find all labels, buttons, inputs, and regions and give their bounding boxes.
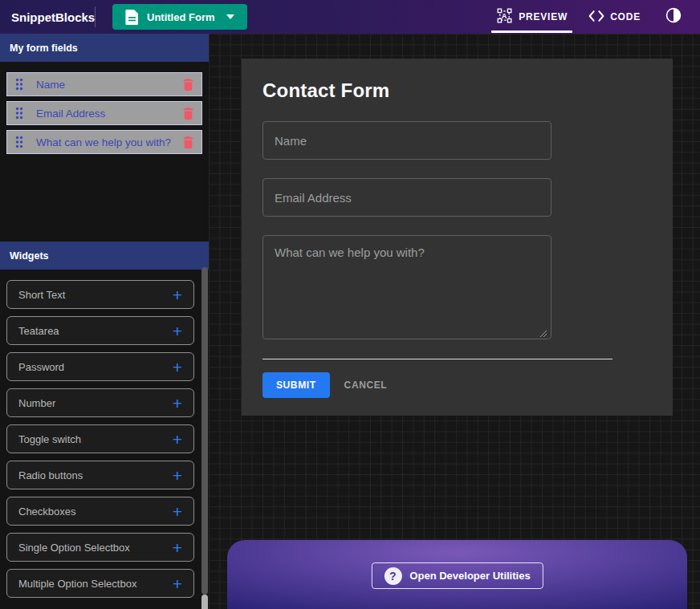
sidebar-scrollbar[interactable] bbox=[201, 267, 208, 595]
widget-item-label: Teatarea bbox=[18, 325, 173, 337]
widget-item-textarea[interactable]: Teatarea + bbox=[6, 316, 194, 345]
tab-code[interactable]: CODE bbox=[584, 0, 645, 34]
document-icon bbox=[125, 10, 139, 25]
form-title: Contact Form bbox=[262, 79, 389, 102]
preview-icon: A bbox=[496, 7, 513, 26]
header-divider bbox=[95, 6, 96, 27]
main-content: My form fields Name bbox=[0, 34, 700, 609]
code-icon bbox=[588, 10, 604, 25]
field-item-message[interactable]: What can we help you with? bbox=[6, 130, 202, 154]
widget-item-multiple-option-selectbox[interactable]: Multiple Option Selectbox + bbox=[6, 569, 194, 598]
trash-icon[interactable] bbox=[183, 79, 193, 91]
trash-icon[interactable] bbox=[183, 136, 193, 148]
plus-icon[interactable]: + bbox=[173, 539, 182, 556]
widget-item-toggle-switch[interactable]: Toggle switch + bbox=[6, 424, 194, 453]
widget-item-label: Number bbox=[18, 397, 173, 409]
widget-item-radio-buttons[interactable]: Radio buttons + bbox=[6, 461, 194, 489]
widget-item-password[interactable]: Password + bbox=[6, 352, 194, 381]
drag-handle-icon[interactable] bbox=[15, 107, 23, 120]
plus-icon[interactable]: + bbox=[173, 503, 182, 520]
submit-button[interactable]: SUBMIT bbox=[262, 372, 330, 398]
field-item-label: Email Address bbox=[36, 108, 183, 120]
form-preview-panel: Contact Form SUBMIT CANCEL bbox=[242, 59, 673, 416]
email-input[interactable] bbox=[262, 178, 551, 217]
app-logo: SnippetBlocks bbox=[0, 10, 87, 24]
app-header: SnippetBlocks Untitled Form A bbox=[0, 0, 700, 34]
drag-handle-icon[interactable] bbox=[15, 78, 23, 91]
plus-icon[interactable]: + bbox=[173, 575, 182, 592]
plus-icon[interactable]: + bbox=[173, 467, 182, 484]
trash-icon[interactable] bbox=[183, 108, 193, 120]
drag-handle-icon[interactable] bbox=[15, 136, 23, 148]
form-divider bbox=[262, 359, 612, 359]
cancel-button[interactable]: CANCEL bbox=[344, 380, 388, 391]
preview-canvas: Contact Form SUBMIT CANCEL ? Open Develo… bbox=[209, 34, 700, 609]
field-item-label: Name bbox=[36, 79, 183, 91]
plus-icon[interactable]: + bbox=[173, 323, 182, 339]
contrast-icon bbox=[665, 6, 682, 27]
svg-text:A: A bbox=[502, 12, 507, 20]
widget-item-label: Single Option Selectbox bbox=[18, 542, 173, 554]
sidebar: My form fields Name bbox=[0, 34, 209, 609]
help-icon: ? bbox=[384, 567, 401, 585]
widget-item-label: Multiple Option Selectbox bbox=[18, 578, 173, 590]
widget-item-label: Short Text bbox=[18, 289, 173, 301]
plus-icon[interactable]: + bbox=[173, 395, 182, 412]
developer-utilities-label: Open Developer Utilities bbox=[409, 570, 530, 582]
widget-item-checkboxes[interactable]: Checkboxes + bbox=[6, 497, 194, 526]
header-right-group: A PREVIEW CODE bbox=[491, 0, 700, 34]
widget-item-single-option-selectbox[interactable]: Single Option Selectbox + bbox=[6, 533, 194, 562]
form-actions: SUBMIT CANCEL bbox=[262, 372, 387, 398]
widget-item-label: Checkboxes bbox=[18, 505, 173, 518]
contrast-toggle-button[interactable] bbox=[665, 6, 682, 27]
form-selector-label: Untitled Form bbox=[147, 11, 215, 23]
field-item-email[interactable]: Email Address bbox=[6, 101, 202, 125]
plus-icon[interactable]: + bbox=[173, 431, 182, 448]
plus-icon[interactable]: + bbox=[173, 359, 182, 376]
field-item-label: What can we help you with? bbox=[36, 136, 183, 148]
fields-section-title: My form fields bbox=[10, 43, 78, 54]
tab-preview[interactable]: A PREVIEW bbox=[491, 0, 572, 34]
form-fields-list: Name Email Address bbox=[0, 62, 209, 154]
widget-item-label: Toggle switch bbox=[18, 433, 173, 445]
widget-item-label: Radio buttons bbox=[18, 469, 173, 481]
widget-item-number[interactable]: Number + bbox=[6, 388, 194, 417]
sidebar-scrollbar-secondary[interactable] bbox=[201, 595, 208, 609]
developer-utilities-panel: ? Open Developer Utilities bbox=[227, 540, 687, 609]
tab-code-label: CODE bbox=[610, 11, 641, 22]
tab-preview-label: PREVIEW bbox=[519, 11, 568, 22]
widgets-section-title: Widgets bbox=[10, 250, 49, 262]
fields-section-header: My form fields bbox=[0, 34, 209, 62]
form-selector-button[interactable]: Untitled Form bbox=[112, 4, 247, 30]
name-input[interactable] bbox=[262, 121, 551, 160]
plus-icon[interactable]: + bbox=[173, 286, 182, 303]
widget-item-label: Password bbox=[18, 361, 173, 373]
widgets-list: Short Text + Teatarea + Password + Numbe… bbox=[0, 270, 209, 598]
fields-spacer bbox=[0, 159, 209, 242]
widget-item-short-text[interactable]: Short Text + bbox=[6, 280, 194, 309]
field-item-name[interactable]: Name bbox=[6, 72, 202, 96]
message-textarea[interactable] bbox=[262, 235, 551, 339]
widgets-section-header: Widgets bbox=[0, 242, 209, 270]
open-developer-utilities-button[interactable]: ? Open Developer Utilities bbox=[371, 562, 543, 589]
chevron-down-icon bbox=[226, 14, 234, 19]
